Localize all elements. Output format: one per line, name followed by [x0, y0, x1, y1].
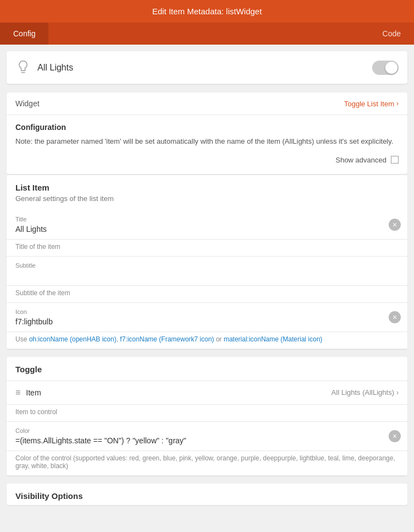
- item-row-left: ≡ Item: [15, 388, 41, 398]
- widget-section-header: Widget Toggle List Item ›: [7, 93, 407, 115]
- preview-label: All Lights: [37, 63, 73, 73]
- widget-section-title: Widget: [15, 99, 40, 108]
- visibility-section: Visibility Options: [7, 484, 407, 505]
- configuration-body: Configuration Note: the parameter named …: [7, 115, 407, 174]
- toggle-list-item-link[interactable]: Toggle List Item ›: [344, 100, 399, 108]
- visibility-header: Visibility Options: [7, 484, 407, 505]
- item-row-value: All Lights (AllLights) ›: [331, 388, 399, 397]
- show-advanced-label: Show advanced: [335, 156, 386, 164]
- visibility-title: Visibility Options: [15, 491, 399, 501]
- toggle-section-title: Toggle: [15, 365, 399, 374]
- list-item-section: List Item General settings of the list i…: [7, 175, 407, 349]
- title-clear-button[interactable]: ×: [389, 219, 401, 231]
- title-field-helper: Title of the item: [7, 240, 407, 257]
- page-header: Edit Item Metadata: listWidget: [0, 0, 414, 23]
- color-clear-button[interactable]: ×: [389, 430, 401, 442]
- subtitle-field-helper: Subtitle of the item: [7, 286, 407, 303]
- tab-config[interactable]: Config: [0, 23, 48, 45]
- header-title: Edit Item Metadata: listWidget: [152, 7, 262, 16]
- title-field-value[interactable]: All Lights: [15, 225, 399, 234]
- title-field-container: Title All Lights ×: [7, 210, 407, 240]
- preview-card-left: All Lights: [15, 59, 73, 76]
- icon-field-helper: Use oh:iconName (openHAB icon), f7:iconN…: [7, 332, 407, 349]
- item-chevron-icon: ›: [396, 389, 399, 397]
- material-icon-link[interactable]: material:iconName (Material icon): [224, 335, 322, 343]
- list-item-header: List Item General settings of the list i…: [7, 175, 407, 210]
- item-row-label: Item: [26, 388, 41, 397]
- bulb-icon: [15, 59, 31, 76]
- toggle-section-header: Toggle: [7, 357, 407, 381]
- color-field-label: Color: [15, 427, 399, 434]
- icon-clear-button[interactable]: ×: [389, 311, 401, 323]
- chevron-right-icon: ›: [396, 100, 399, 107]
- subtitle-field-label: Subtitle: [15, 262, 399, 269]
- oh-icon-link[interactable]: oh:iconName (openHAB icon): [29, 335, 117, 343]
- f7-icon-link[interactable]: f7:iconName (Framework7 icon): [120, 335, 214, 343]
- list-item-title: List Item: [15, 183, 399, 192]
- tab-bar: Config Code: [0, 23, 414, 45]
- show-advanced-row: Show advanced: [15, 156, 399, 166]
- show-advanced-checkbox[interactable]: [391, 156, 399, 164]
- item-helper: Item to control: [7, 404, 407, 421]
- icon-field-value[interactable]: f7:lightbulb: [15, 317, 399, 326]
- icon-field-label: Icon: [15, 308, 399, 315]
- item-row[interactable]: ≡ Item All Lights (AllLights) ›: [7, 381, 407, 404]
- tab-code[interactable]: Code: [369, 23, 414, 45]
- config-title: Configuration: [15, 123, 399, 132]
- subtitle-field-value[interactable]: [15, 271, 399, 280]
- color-field-container: Color =(items.AllLights.state == "ON") ?…: [7, 421, 407, 451]
- icon-field-container: Icon f7:lightbulb ×: [7, 303, 407, 332]
- widget-section: Widget Toggle List Item › Configuration …: [7, 93, 407, 174]
- list-icon: ≡: [15, 388, 20, 398]
- color-field-helper: Color of the control (supported values: …: [7, 451, 407, 476]
- color-field-value[interactable]: =(items.AllLights.state == "ON") ? "yell…: [15, 436, 399, 445]
- toggle-section: Toggle ≡ Item All Lights (AllLights) › I…: [7, 357, 407, 476]
- config-note: Note: the parameter named 'item' will be…: [15, 136, 399, 147]
- title-field-label: Title: [15, 216, 399, 222]
- preview-toggle[interactable]: [372, 61, 399, 75]
- subtitle-field-container: Subtitle: [7, 257, 407, 286]
- list-item-subtitle: General settings of the list item: [15, 194, 399, 208]
- preview-card: All Lights: [7, 51, 407, 84]
